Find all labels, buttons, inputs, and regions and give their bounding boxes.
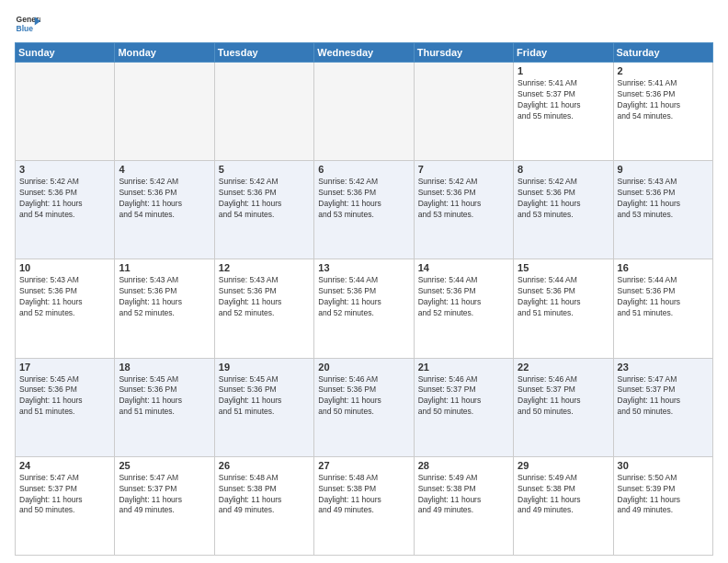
- calendar-week-row: 3Sunrise: 5:42 AM Sunset: 5:36 PM Daylig…: [16, 161, 713, 259]
- day-info: Sunrise: 5:45 AM Sunset: 5:36 PM Dayligh…: [219, 374, 310, 419]
- day-info: Sunrise: 5:47 AM Sunset: 5:37 PM Dayligh…: [618, 374, 709, 419]
- day-info: Sunrise: 5:42 AM Sunset: 5:36 PM Dayligh…: [119, 177, 210, 221]
- day-number: 9: [618, 164, 709, 175]
- day-info: Sunrise: 5:44 AM Sunset: 5:36 PM Dayligh…: [618, 275, 709, 319]
- calendar-cell: 6Sunrise: 5:42 AM Sunset: 5:36 PM Daylig…: [314, 161, 414, 259]
- calendar-cell: 10Sunrise: 5:43 AM Sunset: 5:36 PM Dayli…: [16, 259, 115, 358]
- day-number: 30: [618, 460, 709, 471]
- day-number: 21: [418, 362, 509, 373]
- calendar-cell: 19Sunrise: 5:45 AM Sunset: 5:36 PM Dayli…: [214, 358, 313, 456]
- calendar-week-row: 17Sunrise: 5:45 AM Sunset: 5:36 PM Dayli…: [16, 358, 713, 456]
- day-info: Sunrise: 5:42 AM Sunset: 5:36 PM Dayligh…: [219, 177, 310, 221]
- calendar-cell: 21Sunrise: 5:46 AM Sunset: 5:37 PM Dayli…: [414, 358, 513, 456]
- calendar-cell: 17Sunrise: 5:45 AM Sunset: 5:36 PM Dayli…: [16, 358, 115, 456]
- day-info: Sunrise: 5:42 AM Sunset: 5:36 PM Dayligh…: [418, 177, 509, 221]
- logo-icon: General Blue: [15, 11, 40, 37]
- day-info: Sunrise: 5:42 AM Sunset: 5:36 PM Dayligh…: [19, 177, 110, 221]
- calendar-cell: 20Sunrise: 5:46 AM Sunset: 5:36 PM Dayli…: [314, 358, 414, 456]
- calendar-cell: [115, 63, 214, 161]
- day-info: Sunrise: 5:41 AM Sunset: 5:36 PM Dayligh…: [618, 78, 709, 122]
- day-number: 6: [318, 164, 409, 175]
- calendar-day-header: Sunday: [16, 43, 115, 63]
- calendar-cell: [16, 63, 115, 161]
- day-number: 7: [418, 164, 509, 175]
- calendar-cell: [314, 63, 414, 161]
- calendar-cell: 9Sunrise: 5:43 AM Sunset: 5:36 PM Daylig…: [613, 161, 712, 259]
- svg-text:Blue: Blue: [17, 24, 34, 33]
- day-info: Sunrise: 5:46 AM Sunset: 5:37 PM Dayligh…: [518, 374, 609, 419]
- day-info: Sunrise: 5:43 AM Sunset: 5:36 PM Dayligh…: [219, 275, 310, 319]
- day-info: Sunrise: 5:43 AM Sunset: 5:36 PM Dayligh…: [19, 275, 110, 319]
- calendar-cell: 25Sunrise: 5:47 AM Sunset: 5:37 PM Dayli…: [115, 456, 214, 555]
- logo: General Blue: [15, 11, 40, 37]
- calendar-cell: 1Sunrise: 5:41 AM Sunset: 5:37 PM Daylig…: [514, 63, 613, 161]
- day-info: Sunrise: 5:46 AM Sunset: 5:36 PM Dayligh…: [318, 374, 409, 419]
- day-number: 20: [318, 362, 409, 373]
- day-info: Sunrise: 5:42 AM Sunset: 5:36 PM Dayligh…: [318, 177, 409, 221]
- day-info: Sunrise: 5:49 AM Sunset: 5:38 PM Dayligh…: [518, 473, 609, 517]
- calendar-week-row: 24Sunrise: 5:47 AM Sunset: 5:37 PM Dayli…: [16, 456, 713, 555]
- calendar-week-row: 10Sunrise: 5:43 AM Sunset: 5:36 PM Dayli…: [16, 259, 713, 358]
- day-info: Sunrise: 5:48 AM Sunset: 5:38 PM Dayligh…: [318, 473, 409, 517]
- calendar-day-header: Thursday: [414, 43, 513, 63]
- day-number: 8: [518, 164, 609, 175]
- day-info: Sunrise: 5:48 AM Sunset: 5:38 PM Dayligh…: [219, 473, 310, 517]
- calendar-cell: 4Sunrise: 5:42 AM Sunset: 5:36 PM Daylig…: [115, 161, 214, 259]
- day-number: 10: [19, 262, 110, 273]
- calendar-cell: 3Sunrise: 5:42 AM Sunset: 5:36 PM Daylig…: [16, 161, 115, 259]
- day-info: Sunrise: 5:45 AM Sunset: 5:36 PM Dayligh…: [19, 374, 110, 419]
- calendar-cell: 8Sunrise: 5:42 AM Sunset: 5:36 PM Daylig…: [514, 161, 613, 259]
- day-info: Sunrise: 5:47 AM Sunset: 5:37 PM Dayligh…: [119, 473, 210, 517]
- calendar-cell: 12Sunrise: 5:43 AM Sunset: 5:36 PM Dayli…: [214, 259, 313, 358]
- calendar-day-header: Monday: [115, 43, 214, 63]
- day-number: 11: [119, 262, 210, 273]
- day-number: 1: [518, 65, 609, 76]
- calendar-cell: [214, 63, 313, 161]
- day-info: Sunrise: 5:44 AM Sunset: 5:36 PM Dayligh…: [418, 275, 509, 319]
- day-number: 28: [418, 460, 509, 471]
- calendar-cell: 14Sunrise: 5:44 AM Sunset: 5:36 PM Dayli…: [414, 259, 513, 358]
- day-number: 2: [618, 65, 709, 76]
- calendar-cell: 29Sunrise: 5:49 AM Sunset: 5:38 PM Dayli…: [514, 456, 613, 555]
- day-number: 24: [19, 460, 110, 471]
- calendar-cell: 27Sunrise: 5:48 AM Sunset: 5:38 PM Dayli…: [314, 456, 414, 555]
- day-number: 17: [19, 362, 110, 373]
- day-info: Sunrise: 5:42 AM Sunset: 5:36 PM Dayligh…: [518, 177, 609, 221]
- calendar-day-header: Wednesday: [314, 43, 414, 63]
- day-info: Sunrise: 5:44 AM Sunset: 5:36 PM Dayligh…: [318, 275, 409, 319]
- day-number: 19: [219, 362, 310, 373]
- day-number: 29: [518, 460, 609, 471]
- calendar-cell: 15Sunrise: 5:44 AM Sunset: 5:36 PM Dayli…: [514, 259, 613, 358]
- calendar-cell: 16Sunrise: 5:44 AM Sunset: 5:36 PM Dayli…: [613, 259, 712, 358]
- calendar-cell: 13Sunrise: 5:44 AM Sunset: 5:36 PM Dayli…: [314, 259, 414, 358]
- day-info: Sunrise: 5:45 AM Sunset: 5:36 PM Dayligh…: [119, 374, 210, 419]
- calendar-cell: 7Sunrise: 5:42 AM Sunset: 5:36 PM Daylig…: [414, 161, 513, 259]
- day-number: 14: [418, 262, 509, 273]
- day-number: 22: [518, 362, 609, 373]
- day-number: 26: [219, 460, 310, 471]
- header: General Blue: [15, 11, 713, 37]
- day-number: 23: [618, 362, 709, 373]
- calendar-day-header: Friday: [514, 43, 613, 63]
- day-number: 4: [119, 164, 210, 175]
- day-number: 15: [518, 262, 609, 273]
- page: General Blue SundayMondayTuesdayWednesda…: [0, 0, 728, 563]
- day-number: 12: [219, 262, 310, 273]
- calendar-cell: 30Sunrise: 5:50 AM Sunset: 5:39 PM Dayli…: [613, 456, 712, 555]
- calendar-cell: 11Sunrise: 5:43 AM Sunset: 5:36 PM Dayli…: [115, 259, 214, 358]
- day-info: Sunrise: 5:50 AM Sunset: 5:39 PM Dayligh…: [618, 473, 709, 517]
- day-info: Sunrise: 5:43 AM Sunset: 5:36 PM Dayligh…: [618, 177, 709, 221]
- calendar-week-row: 1Sunrise: 5:41 AM Sunset: 5:37 PM Daylig…: [16, 63, 713, 161]
- day-number: 16: [618, 262, 709, 273]
- calendar-cell: 28Sunrise: 5:49 AM Sunset: 5:38 PM Dayli…: [414, 456, 513, 555]
- day-number: 27: [318, 460, 409, 471]
- day-number: 18: [119, 362, 210, 373]
- day-info: Sunrise: 5:46 AM Sunset: 5:37 PM Dayligh…: [418, 374, 509, 419]
- calendar-cell: 2Sunrise: 5:41 AM Sunset: 5:36 PM Daylig…: [613, 63, 712, 161]
- calendar-cell: 24Sunrise: 5:47 AM Sunset: 5:37 PM Dayli…: [16, 456, 115, 555]
- calendar-cell: 26Sunrise: 5:48 AM Sunset: 5:38 PM Dayli…: [214, 456, 313, 555]
- day-info: Sunrise: 5:44 AM Sunset: 5:36 PM Dayligh…: [518, 275, 609, 319]
- calendar-cell: 5Sunrise: 5:42 AM Sunset: 5:36 PM Daylig…: [214, 161, 313, 259]
- day-number: 5: [219, 164, 310, 175]
- day-number: 25: [119, 460, 210, 471]
